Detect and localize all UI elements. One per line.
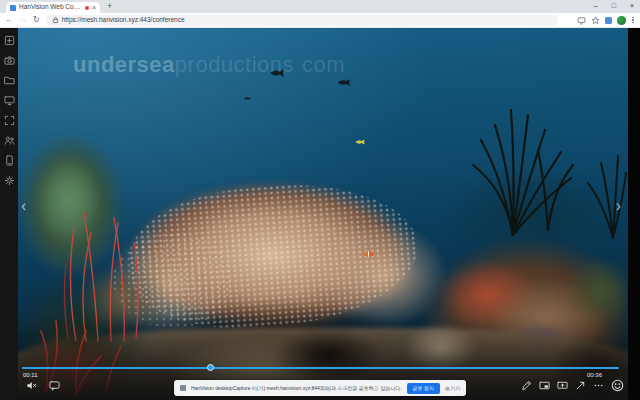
url-text: https://mesh.hanvision.xyz:443/conferenc…	[62, 17, 185, 24]
chat-icon[interactable]	[49, 380, 60, 391]
tab-strip: HanVision Web Conference × + – □ ×	[0, 0, 640, 13]
player-controls-left	[26, 380, 60, 391]
refresh-button[interactable]: ↻	[33, 16, 40, 24]
tab-favicon-icon	[10, 5, 16, 11]
seek-handle[interactable]	[207, 364, 214, 371]
tool-sidebar	[0, 28, 18, 400]
clownfish	[364, 251, 374, 257]
video-frame[interactable]: underseaproductionscom ‹ › 00:11 00:36	[18, 28, 628, 400]
settings-gear-icon[interactable]	[4, 175, 15, 186]
add-capture-icon[interactable]	[4, 35, 15, 46]
address-bar[interactable]: https://mesh.hanvision.xyz:443/conferenc…	[46, 15, 558, 26]
watermark-suffix: com	[302, 52, 345, 77]
next-video-button[interactable]: ›	[616, 198, 621, 214]
conference-page: underseaproductionscom ‹ › 00:11 00:36	[0, 28, 640, 400]
player-controls-right	[521, 379, 624, 392]
capture-indicator-icon[interactable]	[577, 16, 586, 25]
forward-button[interactable]: →	[19, 16, 27, 24]
fish-silhouette-2	[336, 78, 351, 87]
window-maximize-button[interactable]: □	[612, 2, 616, 9]
screen-share-icon[interactable]	[4, 95, 15, 106]
fullscreen-icon[interactable]	[4, 115, 15, 126]
new-tab-button[interactable]: +	[107, 2, 112, 11]
feather-star-far-right	[583, 148, 628, 243]
tab-recording-indicator-icon	[85, 6, 89, 10]
present-screen-icon[interactable]	[557, 380, 568, 391]
hide-notification-button[interactable]: 숨기기	[445, 386, 460, 391]
mobile-device-icon[interactable]	[4, 155, 15, 166]
window-controls: – □ ×	[594, 2, 634, 9]
participants-icon[interactable]	[4, 135, 15, 146]
video-watermark: underseaproductionscom	[73, 52, 345, 78]
tab-close-button[interactable]: ×	[92, 4, 96, 11]
browser-menu-button[interactable]	[631, 17, 635, 24]
lock-icon	[52, 16, 59, 24]
browser-toolbar: ← → ↻ https://mesh.hanvision.xyz:443/con…	[0, 13, 640, 28]
feather-star-right	[453, 90, 583, 240]
folder-icon[interactable]	[4, 75, 15, 86]
camera-icon[interactable]	[4, 55, 15, 66]
share-notification-bar: HanVision desktopCapture 이(가) mesh.hanvi…	[174, 380, 466, 396]
reactions-smiley-icon[interactable]	[611, 379, 624, 392]
back-button[interactable]: ←	[5, 16, 13, 24]
profile-avatar[interactable]	[617, 16, 626, 25]
volume-muted-icon[interactable]	[26, 380, 37, 391]
window-close-button[interactable]: ×	[630, 2, 634, 9]
notification-favicon-icon	[180, 385, 186, 391]
expand-icon[interactable]	[575, 380, 586, 391]
draw-pencil-icon[interactable]	[521, 380, 532, 391]
fish-silhouette-3	[243, 96, 251, 101]
bookmark-star-icon[interactable]	[591, 16, 600, 25]
window-minimize-button[interactable]: –	[594, 2, 598, 9]
watermark-light: productions	[175, 52, 294, 77]
prev-video-button[interactable]: ‹	[21, 198, 26, 214]
yellow-fish	[354, 138, 366, 146]
current-time: 00:11	[23, 372, 38, 378]
toolbar-actions	[577, 16, 635, 25]
picture-in-picture-icon[interactable]	[539, 380, 550, 391]
browser-tab[interactable]: HanVision Web Conference ×	[6, 2, 100, 13]
watermark-bold: undersea	[73, 52, 175, 77]
total-time: 00:36	[587, 372, 602, 378]
more-dots-icon[interactable]	[593, 380, 604, 391]
tab-title: HanVision Web Conference	[19, 4, 82, 11]
share-notification-message: HanVision desktopCapture 이(가) mesh.hanvi…	[191, 386, 402, 391]
seek-bar[interactable]	[22, 367, 619, 369]
extension-icon[interactable]	[605, 17, 612, 24]
stop-sharing-button[interactable]: 공유 중지	[407, 383, 440, 394]
